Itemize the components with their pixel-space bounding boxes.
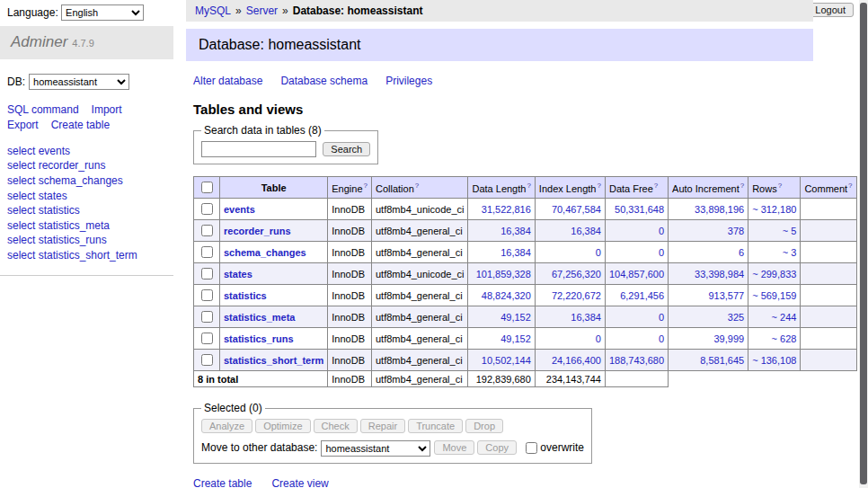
rows-count-link[interactable]: ~ 312,180 — [752, 204, 796, 215]
help-link[interactable]: ? — [740, 182, 744, 190]
data-free-link[interactable]: 0 — [659, 247, 664, 258]
search-button[interactable]: Search — [323, 142, 370, 156]
rows-count-link[interactable]: ~ 628 — [772, 333, 797, 344]
overwrite-checkbox[interactable] — [526, 442, 537, 454]
auto-increment-link[interactable]: 39,999 — [714, 333, 745, 344]
import-link[interactable]: Import — [92, 103, 122, 116]
database-nav-link[interactable]: Database schema — [280, 75, 368, 87]
auto-increment-link[interactable]: 378 — [728, 226, 744, 236]
help-link[interactable]: ? — [364, 182, 368, 190]
data-free-link[interactable]: 0 — [659, 312, 664, 323]
index-length-link[interactable]: 0 — [596, 247, 601, 258]
table-name-link[interactable]: statistics_runs — [224, 333, 294, 344]
create-link[interactable]: Create view — [271, 477, 328, 488]
table-name-link[interactable]: schema_changes — [224, 247, 306, 258]
auto-increment-link[interactable]: 33,398,984 — [695, 269, 744, 279]
rows-count-link[interactable]: ~ 136,108 — [752, 355, 796, 366]
language-select[interactable]: English — [61, 4, 144, 21]
index-length-link[interactable]: 72,220,672 — [552, 290, 601, 301]
row-select-checkbox[interactable] — [201, 354, 213, 366]
move-button[interactable]: Move — [434, 440, 474, 455]
index-length-link[interactable]: 16,384 — [571, 226, 601, 236]
rows-count-link[interactable]: ~ 299,833 — [752, 269, 796, 279]
data-free-link[interactable]: 50,331,648 — [615, 204, 664, 215]
row-select-checkbox[interactable] — [201, 203, 213, 215]
select-table-link[interactable]: select events — [7, 145, 70, 159]
sql-command-link[interactable]: SQL command — [7, 103, 79, 116]
help-link[interactable]: ? — [654, 182, 658, 190]
row-select-checkbox[interactable] — [201, 311, 213, 323]
index-length-link[interactable]: 16,384 — [571, 312, 601, 323]
bulk-action-button[interactable]: Repair — [360, 419, 405, 433]
data-free-link[interactable]: 0 — [659, 226, 664, 236]
search-input[interactable] — [201, 141, 316, 157]
row-select-checkbox[interactable] — [201, 225, 213, 236]
row-select-checkbox[interactable] — [201, 289, 213, 301]
data-free-link[interactable]: 6,291,456 — [620, 290, 664, 301]
select-table-link[interactable]: select schema_changes — [7, 174, 123, 189]
select-table-link[interactable]: select statistics_runs — [7, 234, 107, 248]
logout-button[interactable]: Logout — [807, 3, 854, 17]
auto-increment-link[interactable]: 33,898,196 — [695, 204, 744, 215]
help-link[interactable]: ? — [597, 182, 600, 190]
help-link[interactable]: ? — [848, 182, 852, 190]
database-nav-link[interactable]: Alter database — [193, 75, 262, 87]
db-select[interactable]: homeassistant — [29, 74, 129, 90]
bulk-action-button[interactable]: Drop — [465, 419, 503, 433]
bulk-action-button[interactable]: Optimize — [255, 419, 310, 433]
copy-button[interactable]: Copy — [477, 440, 517, 455]
row-select-checkbox[interactable] — [201, 333, 213, 344]
data-length-link[interactable]: 49,152 — [500, 333, 531, 344]
index-length-link[interactable]: 67,256,320 — [552, 269, 601, 279]
auto-increment-link[interactable]: 8,581,645 — [700, 355, 744, 366]
data-free-link[interactable]: 0 — [659, 333, 664, 344]
data-length-link[interactable]: 49,152 — [500, 312, 531, 323]
select-table-link[interactable]: select statistics_meta — [7, 219, 110, 234]
auto-increment-link[interactable]: 6 — [739, 247, 744, 258]
select-table-link[interactable]: select statistics_short_term — [7, 249, 137, 263]
rows-count-link[interactable]: ~ 244 — [772, 312, 797, 323]
help-link[interactable]: ? — [527, 182, 530, 190]
data-length-link[interactable]: 10,502,144 — [482, 355, 531, 366]
table-name-link[interactable]: statistics_short_term — [224, 355, 323, 366]
data-free-link[interactable]: 188,743,680 — [609, 355, 664, 366]
scrollbar-thumb[interactable] — [860, 3, 867, 484]
help-link[interactable]: ? — [415, 182, 419, 190]
rows-count-link[interactable]: ~ 569,159 — [752, 290, 796, 301]
bulk-action-button[interactable]: Truncate — [408, 419, 463, 433]
select-table-link[interactable]: select statistics — [7, 204, 80, 218]
data-length-link[interactable]: 31,522,816 — [482, 204, 531, 215]
data-length-link[interactable]: 16,384 — [500, 247, 531, 258]
table-name-link[interactable]: statistics_meta — [224, 312, 296, 323]
auto-increment-link[interactable]: 913,577 — [708, 290, 744, 301]
bulk-action-button[interactable]: Check — [314, 419, 358, 433]
table-name-link[interactable]: recorder_runs — [224, 226, 291, 236]
select-table-link[interactable]: select recorder_runs — [7, 159, 105, 173]
select-table-link[interactable]: select states — [7, 190, 67, 204]
index-length-link[interactable]: 0 — [596, 333, 601, 344]
adminer-logo-link[interactable]: Adminer — [11, 33, 67, 50]
table-name-link[interactable]: events — [224, 204, 255, 215]
row-select-checkbox[interactable] — [201, 268, 213, 279]
breadcrumb-mysql-link[interactable]: MySQL — [195, 4, 231, 17]
database-nav-link[interactable]: Privileges — [385, 75, 432, 87]
rows-count-link[interactable]: ~ 5 — [783, 226, 797, 236]
create-link[interactable]: Create table — [193, 477, 252, 488]
scrollbar-track[interactable] — [859, 0, 868, 488]
data-length-link[interactable]: 16,384 — [500, 226, 531, 236]
table-name-link[interactable]: statistics — [224, 290, 267, 301]
row-select-checkbox[interactable] — [201, 246, 213, 258]
data-length-link[interactable]: 101,859,328 — [476, 269, 531, 279]
breadcrumb-server-link[interactable]: Server — [246, 4, 278, 17]
export-link[interactable]: Export — [7, 119, 39, 131]
auto-increment-link[interactable]: 325 — [728, 312, 744, 323]
bulk-action-button[interactable]: Analyze — [201, 419, 252, 433]
data-free-link[interactable]: 104,857,600 — [609, 269, 664, 279]
create-table-sidebar-link[interactable]: Create table — [51, 119, 110, 131]
table-name-link[interactable]: states — [224, 269, 252, 279]
select-all-checkbox[interactable] — [201, 182, 213, 193]
index-length-link[interactable]: 24,166,400 — [552, 355, 601, 366]
data-length-link[interactable]: 48,824,320 — [482, 290, 531, 301]
help-link[interactable]: ? — [778, 182, 782, 190]
rows-count-link[interactable]: ~ 3 — [783, 247, 797, 258]
